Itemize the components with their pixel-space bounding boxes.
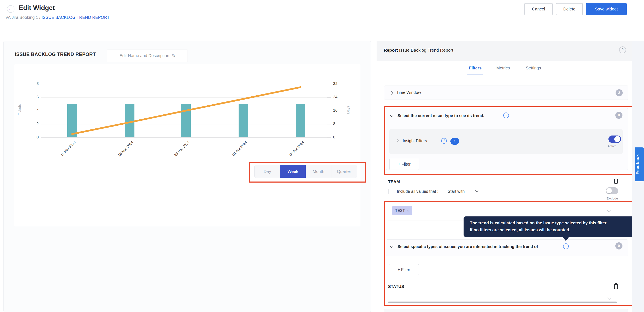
status-filter-label: STATUS [388,284,404,289]
left-axis-tick: 6 [29,95,39,99]
trash-icon[interactable] [613,282,619,290]
trend-filter-tooltip: The trend is calculated based on the iss… [464,216,632,237]
chip-remove-icon[interactable]: × [407,209,409,213]
help-icon[interactable]: ? [619,46,626,53]
chevron-down-icon[interactable] [475,189,478,192]
save-widget-button[interactable]: Save widget [586,3,627,15]
info-icon[interactable]: i [563,244,569,249]
trend-chart: 0246808162432TicketsDays11 Mar 202418 Ma… [4,41,371,230]
toggle-knob [614,136,620,142]
x-axis-date-label: 01 Apr 2024 [222,140,248,167]
breadcrumb-current[interactable]: ISSUE BACKLOG TREND REPORT [42,15,110,20]
granularity-quarter[interactable]: Quarter [331,165,357,178]
granularity-month[interactable]: Month [306,165,331,178]
panel-header-band: Report Issue Backlog Trend Report ? [376,41,632,61]
left-axis-tick: 4 [29,108,39,113]
add-filter-button[interactable]: + Filter [389,159,419,170]
exclude-toggle[interactable] [606,187,618,194]
feedback-tab[interactable]: Feedback [635,148,644,181]
chevron-right-icon[interactable] [389,91,393,95]
include-all-values-label: Include all values that : [397,189,438,194]
granularity-day[interactable]: Day [255,165,280,178]
toggle-knob [606,188,612,194]
insight-filters-count-badge: 1 [450,138,459,145]
bar-tickets [181,104,191,138]
gridline [41,138,328,138]
specific-types-count-badge: 0 [615,242,622,250]
trash-icon[interactable] [613,177,619,184]
right-axis-tick: 24 [333,95,344,99]
active-tab-underline [467,74,484,74]
specific-types-section: Select specific types of issues you are … [386,240,628,256]
time-window-label: Time Window [396,90,421,95]
insight-filters-card: Insight Filters i 1 Active [389,129,623,154]
add-filter-button[interactable]: + Filter [389,264,419,275]
select-chevron-down-icon[interactable] [607,296,611,300]
time-window-section[interactable]: Time Window 2 [384,86,628,100]
page-title: Edit Widget [19,4,55,12]
header-divider [5,31,639,31]
tab-filters[interactable]: Filters [464,66,486,70]
right-axis-tickmark [327,97,331,98]
insight-filters-active-toggle[interactable] [608,136,621,143]
next-section-card[interactable] [384,309,628,312]
chevron-right-icon[interactable] [396,139,399,142]
bar-tickets [296,104,305,138]
tooltip-line-1: The trend is calculated based on the iss… [470,220,632,226]
time-window-count-badge: 2 [616,89,623,96]
operator-dropdown-value[interactable]: Start with [448,189,464,194]
specific-types-section-label: Select specific types of issues you are … [398,244,538,249]
granularity-toggle: Day Week Month Quarter [254,165,357,178]
right-axis-tickmark [327,84,331,84]
left-axis-tick: 8 [29,81,39,86]
right-axis-tickmark [327,124,331,124]
granularity-week[interactable]: Week [280,165,306,178]
issue-type-section-label: Select the current issue type to see its… [398,113,484,118]
bar-tickets [67,104,77,138]
info-icon[interactable]: i [441,138,447,144]
left-axis-tick: 0 [29,135,39,140]
exclude-toggle-label: Exclude [604,196,621,200]
cancel-button[interactable]: Cancel [524,3,553,15]
x-axis-date-label: 11 Mar 2024 [50,140,77,167]
tooltip-line-2: If no filters are selected, all issues w… [470,226,632,233]
bar-tickets [125,104,134,138]
bar-tickets [238,104,248,138]
include-all-values-checkbox[interactable] [388,188,394,194]
select-chevron-down-icon[interactable] [607,208,611,212]
tab-metrics[interactable]: Metrics [491,66,515,70]
left-axis-label: Tickets [18,104,22,115]
left-axis-tick: 2 [29,122,39,126]
x-axis-date-label: 18 Mar 2024 [108,140,134,167]
x-axis-date-label: 08 Apr 2024 [278,140,305,167]
breadcrumb: VA Jira Booking 1 / ISSUE BACKLOG TREND … [6,15,110,20]
right-axis-tick: 0 [333,135,344,140]
widget-preview-card: ISSUE BACKLOG TREND REPORT Edit Name and… [3,41,371,312]
back-arrow-icon: ← [8,6,13,11]
chevron-down-icon[interactable] [390,244,394,248]
tab-settings[interactable]: Settings [522,66,545,70]
right-axis-label: Days [346,106,350,114]
x-axis-date-label: 25 Mar 2024 [164,140,190,167]
right-axis-tickmark [327,138,331,138]
active-toggle-label: Active [608,144,616,148]
gridline [41,97,328,98]
right-axis-tick: 8 [333,122,344,126]
issue-type-count-badge: 0 [615,112,622,119]
info-icon[interactable]: i [503,112,509,118]
tooltip-caret [562,236,569,241]
issue-type-section: Select the current issue type to see its… [386,108,628,170]
right-axis-tickmark [327,110,331,111]
panel-header-title: Report Issue Backlog Trend Report [384,48,453,53]
right-axis-tick: 16 [333,108,344,113]
team-value-chip[interactable]: TEST× [392,206,412,215]
gridline [41,84,328,84]
back-button[interactable]: ← [7,5,14,13]
chevron-down-icon[interactable] [390,113,394,117]
team-filter-label: TEAM [388,180,400,184]
status-select-underline[interactable] [388,302,617,303]
breadcrumb-parent[interactable]: VA Jira Booking 1 [6,15,38,20]
top-header: ← Edit Widget VA Jira Booking 1 / ISSUE … [0,0,644,31]
insight-filters-label: Insight Filters [403,138,427,143]
delete-button[interactable]: Delete [556,3,583,15]
